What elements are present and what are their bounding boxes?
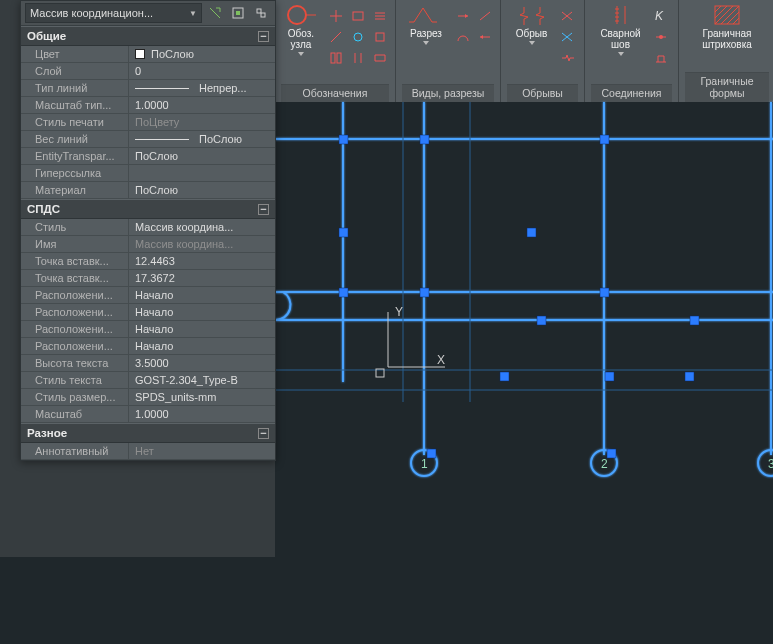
- bubble-text: 2: [601, 457, 608, 471]
- small-tool[interactable]: [476, 7, 494, 25]
- property-value[interactable]: Нет: [129, 443, 275, 459]
- property-row[interactable]: Высота текста3.5000: [21, 355, 275, 372]
- break-button[interactable]: Обрыв: [510, 4, 554, 67]
- property-key: Расположени...: [21, 321, 129, 337]
- property-value[interactable]: 17.3672: [129, 270, 275, 286]
- property-value[interactable]: [129, 165, 275, 181]
- small-tool[interactable]: [652, 49, 670, 67]
- property-value[interactable]: Начало: [129, 304, 275, 320]
- small-tool[interactable]: [371, 7, 389, 25]
- section-header-general[interactable]: Общие−: [21, 26, 275, 46]
- property-row[interactable]: Вес линийПоСлою: [21, 131, 275, 148]
- panel-footer[interactable]: Соединения: [591, 84, 672, 102]
- property-value[interactable]: 1.0000: [129, 97, 275, 113]
- small-tool[interactable]: [652, 28, 670, 46]
- small-tool[interactable]: K: [652, 7, 670, 25]
- property-value[interactable]: Непрер...: [129, 80, 275, 96]
- object-type-selector[interactable]: Массив координацион... ▼: [25, 3, 202, 23]
- property-row[interactable]: Стиль печатиПоЦвету: [21, 114, 275, 131]
- property-row[interactable]: Стиль размер...SPDS_units-mm: [21, 389, 275, 406]
- property-row[interactable]: Тип линийНепрер...: [21, 80, 275, 97]
- panel-footer[interactable]: Обрывы: [507, 84, 578, 102]
- small-tool[interactable]: [454, 7, 472, 25]
- property-value[interactable]: ПоСлою: [129, 46, 275, 62]
- drawing-canvas[interactable]: 1 2 3 Y X: [275, 102, 773, 557]
- small-tool[interactable]: [558, 7, 576, 25]
- property-value[interactable]: ПоСлою: [129, 182, 275, 198]
- property-value[interactable]: ПоЦвету: [129, 114, 275, 130]
- svg-rect-47: [257, 9, 261, 13]
- property-row[interactable]: Расположени...Начало: [21, 304, 275, 321]
- property-row[interactable]: Стиль текстаGOST-2.304_Type-B: [21, 372, 275, 389]
- node-designation-button[interactable]: Обоз.узла: [281, 4, 321, 56]
- property-key: Стиль: [21, 219, 129, 235]
- property-value[interactable]: Массив координа...: [129, 236, 275, 252]
- toggle-pinned-button[interactable]: [251, 3, 271, 23]
- property-row[interactable]: МатериалПоСлою: [21, 182, 275, 199]
- collapse-icon: −: [258, 31, 269, 42]
- svg-rect-42: [605, 372, 614, 381]
- small-tool[interactable]: [327, 49, 345, 67]
- small-tool[interactable]: [558, 28, 576, 46]
- property-row[interactable]: Масштаб1.0000: [21, 406, 275, 423]
- property-value[interactable]: 3.5000: [129, 355, 275, 371]
- property-value[interactable]: SPDS_units-mm: [129, 389, 275, 405]
- section-header-other[interactable]: Разное−: [21, 423, 275, 443]
- property-row[interactable]: ИмяМассив координа...: [21, 236, 275, 253]
- quick-select-button[interactable]: [205, 3, 225, 23]
- break-label: Обрыв: [516, 28, 548, 39]
- property-value[interactable]: Начало: [129, 287, 275, 303]
- property-row[interactable]: Точка вставк...17.3672: [21, 270, 275, 287]
- property-row[interactable]: Слой0: [21, 63, 275, 80]
- boundary-hatch-button[interactable]: Граничнаяштриховка: [693, 4, 761, 50]
- property-key: Аннотативный: [21, 443, 129, 459]
- property-value[interactable]: GOST-2.304_Type-B: [129, 372, 275, 388]
- property-row[interactable]: EntityTranspar...ПоСлою: [21, 148, 275, 165]
- svg-point-12: [659, 35, 663, 39]
- property-value[interactable]: 0: [129, 63, 275, 79]
- property-row[interactable]: Гиперссылка: [21, 165, 275, 182]
- dropdown-arrow-icon: [618, 52, 624, 56]
- small-tool[interactable]: [371, 49, 389, 67]
- property-value[interactable]: ПоСлою: [129, 148, 275, 164]
- small-tool[interactable]: [371, 28, 389, 46]
- canvas-area-bottom[interactable]: [0, 557, 773, 644]
- weld-seam-button[interactable]: Сварнойшов: [594, 4, 648, 67]
- panel-obryvy: Обрыв Обрывы: [501, 0, 585, 102]
- small-tool[interactable]: [558, 49, 576, 67]
- section-icon: [411, 5, 441, 25]
- property-row[interactable]: Расположени...Начало: [21, 338, 275, 355]
- property-value[interactable]: 1.0000: [129, 406, 275, 422]
- property-row[interactable]: Масштаб тип...1.0000: [21, 97, 275, 114]
- small-tool[interactable]: [327, 28, 345, 46]
- small-tool[interactable]: [476, 28, 494, 46]
- section-button[interactable]: Разрез: [402, 4, 450, 46]
- small-tool[interactable]: [349, 49, 367, 67]
- weld-seam-label: Сварнойшов: [600, 28, 640, 50]
- svg-rect-36: [600, 288, 609, 297]
- property-row[interactable]: АннотативныйНет: [21, 443, 275, 460]
- property-row[interactable]: Расположени...Начало: [21, 287, 275, 304]
- property-value[interactable]: 12.4463: [129, 253, 275, 269]
- property-key: Слой: [21, 63, 129, 79]
- property-row[interactable]: Точка вставк...12.4463: [21, 253, 275, 270]
- property-key: Цвет: [21, 46, 129, 62]
- small-tool[interactable]: [454, 28, 472, 46]
- property-value-text: 3.5000: [135, 357, 169, 369]
- property-value[interactable]: Начало: [129, 338, 275, 354]
- panel-footer[interactable]: Обозначения: [281, 84, 389, 102]
- section-header-spds[interactable]: СПДС−: [21, 199, 275, 219]
- property-value[interactable]: Массив координа...: [129, 219, 275, 235]
- property-row[interactable]: Расположени...Начало: [21, 321, 275, 338]
- property-key: Масштаб тип...: [21, 97, 129, 113]
- property-row[interactable]: ЦветПоСлою: [21, 46, 275, 63]
- select-objects-button[interactable]: [228, 3, 248, 23]
- property-value[interactable]: Начало: [129, 321, 275, 337]
- property-value[interactable]: ПоСлою: [129, 131, 275, 147]
- panel-footer[interactable]: Граничные формы: [685, 72, 769, 102]
- property-row[interactable]: СтильМассив координа...: [21, 219, 275, 236]
- small-tool[interactable]: [349, 7, 367, 25]
- small-tool[interactable]: [327, 7, 345, 25]
- panel-footer[interactable]: Виды, разрезы: [402, 84, 494, 102]
- small-tool[interactable]: [349, 28, 367, 46]
